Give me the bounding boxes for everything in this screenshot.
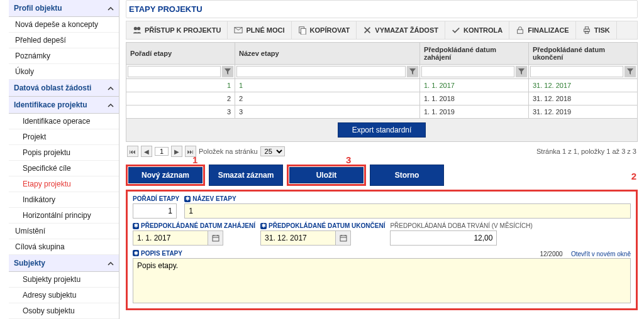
sidebar-item-umisteni[interactable]: Umístění [9, 224, 119, 239]
popis-textarea[interactable] [133, 258, 631, 303]
filter-end[interactable] [530, 66, 623, 77]
field-label: ✱PŘEDPOKLÁDANÉ DATUM ZAHÁJENÍ [133, 222, 255, 229]
sidebar-group-identifikace[interactable]: Identifikace projektu [9, 97, 119, 114]
duration-input[interactable] [390, 230, 497, 246]
new-record-button[interactable]: Nový záznam [128, 167, 203, 183]
field-label: ✱PŘEDPOKLÁDANÉ DATUM UKONČENÍ [260, 222, 385, 229]
sidebar-item-subjekty-projektu[interactable]: Subjekty projektu [9, 272, 119, 288]
col-poradi[interactable]: Pořadí etapy [126, 43, 235, 65]
filter-icon[interactable] [222, 66, 233, 77]
tool-plne-moci[interactable]: PLNÉ MOCI [228, 21, 291, 39]
pager-next[interactable]: ▶ [171, 146, 182, 157]
cell-start: 1. 1. 2017 [420, 79, 529, 92]
sidebar-item-projekt[interactable]: Projekt [9, 129, 119, 145]
sidebar-item-poznamky[interactable]: Poznámky [9, 48, 119, 64]
calendar-icon[interactable] [208, 230, 223, 246]
sidebar-item-indikatory[interactable]: Indikátory [9, 192, 119, 208]
sidebar-group-datova[interactable]: Datová oblast žádosti [9, 80, 119, 97]
chevron-up-icon [108, 260, 114, 266]
filter-icon[interactable] [407, 66, 418, 77]
annotation-3: 3 [346, 154, 351, 165]
required-icon: ✱ [133, 250, 139, 256]
sidebar-item-ukoly[interactable]: Úkoly [9, 64, 119, 80]
filter-icon[interactable] [516, 66, 527, 77]
sidebar-group-label: Profil objektu [14, 4, 62, 13]
chevron-up-icon [108, 85, 114, 91]
cell-end: 31. 12. 2017 [529, 79, 638, 92]
sidebar-item-horizontalni-principy[interactable]: Horizontální principy [9, 208, 119, 224]
tool-label: FINALIZACE [528, 26, 569, 34]
filter-nazev[interactable] [236, 66, 406, 77]
cell-nazev: 1 [235, 79, 420, 92]
field-start: ✱PŘEDPOKLÁDANÉ DATUM ZAHÁJENÍ [133, 222, 255, 246]
sidebar-item-specificke-cile[interactable]: Specifické cíle [9, 161, 119, 176]
table-row[interactable]: 2 2 1. 1. 2018 31. 12. 2018 [126, 92, 638, 105]
required-icon: ✱ [260, 223, 267, 229]
sidebar-group-label: Identifikace projektu [14, 100, 87, 109]
field-popis: ✱POPIS ETAPY 12/2000 Otevřít v novém okn… [133, 249, 631, 303]
field-poradi: POŘADÍ ETAPY [133, 195, 179, 219]
sidebar-item-popis-projektu[interactable]: Popis projektu [9, 145, 119, 161]
sidebar-item-osoby-subjektu[interactable]: Osoby subjektu [9, 303, 119, 319]
print-icon [582, 26, 591, 35]
svg-rect-4 [301, 28, 306, 35]
annotation-2: 2 [631, 171, 636, 181]
sidebar-group-profil[interactable]: Profil objektu [9, 0, 119, 17]
pager-prev[interactable]: ◀ [141, 146, 152, 157]
nazev-input[interactable] [184, 203, 631, 219]
table-row[interactable]: 1 1 1. 1. 2017 31. 12. 2017 [126, 79, 638, 92]
tool-finalizace[interactable]: FINALIZACE [509, 21, 575, 39]
tool-label: PŘÍSTUP K PROJEKTU [145, 26, 221, 34]
open-new-window-link[interactable]: Otevřít v novém okně [571, 251, 631, 257]
chevron-up-icon [108, 5, 114, 11]
end-date-input[interactable] [260, 230, 336, 246]
tool-kopirovat[interactable]: KOPÍROVAT [292, 21, 357, 39]
main-content: ETAPY PROJEKTU PŘÍSTUP K PROJEKTU PLNÉ M… [119, 0, 644, 319]
export-button[interactable]: Export standardní [338, 122, 426, 138]
delete-record-button[interactable]: Smazat záznam [209, 165, 283, 186]
sidebar-group-subjekty[interactable]: Subjekty [9, 255, 119, 272]
filter-poradi[interactable] [128, 66, 221, 77]
sidebar-item-adresy-subjektu[interactable]: Adresy subjektu [9, 288, 119, 303]
pager-page-input[interactable] [155, 147, 169, 156]
tool-vymazat[interactable]: VYMAZAT ŽÁDOST [357, 21, 445, 39]
table-row[interactable]: 3 3 1. 1. 2019 31. 12. 2019 [126, 105, 638, 119]
tool-label: KONTROLA [464, 26, 502, 34]
cancel-button[interactable]: Storno [370, 165, 444, 186]
actions-row: 1 3 2 Nový záznam Smazat záznam Uložit S… [126, 165, 638, 186]
pager-size-select[interactable]: 25 [260, 146, 285, 156]
poradi-input[interactable] [133, 203, 177, 219]
tool-kontrola[interactable]: KONTROLA [445, 21, 509, 39]
tool-pristup[interactable]: PŘÍSTUP K PROJEKTU [126, 21, 228, 39]
sidebar-item-prehled-depesi[interactable]: Přehled depeší [9, 33, 119, 48]
cell-start: 1. 1. 2019 [420, 105, 529, 119]
cell-nazev: 2 [235, 92, 420, 105]
sidebar-item-cilova-skupina[interactable]: Cílová skupina [9, 239, 119, 255]
export-row: Export standardní [126, 119, 638, 142]
tool-tisk[interactable]: TISK [576, 21, 617, 39]
filter-start[interactable] [421, 66, 514, 77]
calendar-icon[interactable] [336, 230, 351, 246]
sidebar-item-etapy-projektu[interactable]: Etapy projektu [9, 176, 119, 192]
sidebar-item-identifikace-operace[interactable]: Identifikace operace [9, 114, 119, 129]
chevron-up-icon [108, 102, 114, 108]
col-nazev[interactable]: Název etapy [235, 43, 420, 65]
col-start[interactable]: Předpokládané datum zahájení [420, 43, 529, 65]
svg-rect-7 [585, 27, 588, 30]
sidebar-item-nova-depese[interactable]: Nová depeše a koncepty [9, 17, 119, 33]
cell-end: 31. 12. 2019 [529, 105, 638, 119]
save-button[interactable]: Uložit [289, 167, 364, 183]
sidebar-group-label: Subjekty [14, 259, 45, 268]
col-end[interactable]: Předpokládané datum ukončení [529, 43, 638, 65]
start-date-input[interactable] [133, 230, 208, 246]
field-end: ✱PŘEDPOKLÁDANÉ DATUM UKONČENÍ [260, 222, 385, 246]
svg-rect-10 [340, 235, 347, 241]
filter-icon[interactable] [625, 66, 636, 77]
pager-first[interactable]: ⏮ [127, 146, 138, 157]
cell-nazev: 3 [235, 105, 420, 119]
cell-poradi: 1 [126, 79, 235, 92]
field-label: POŘADÍ ETAPY [133, 195, 179, 202]
tool-label: VYMAZAT ŽÁDOST [375, 26, 438, 34]
svg-rect-5 [518, 30, 523, 33]
sidebar: Profil objektu Nová depeše a koncepty Př… [0, 0, 119, 319]
